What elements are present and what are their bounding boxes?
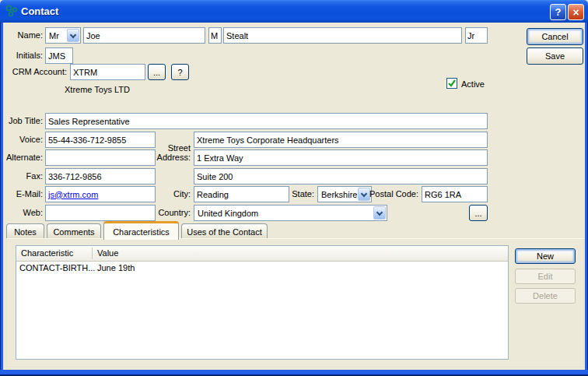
email-label: E-Mail: xyxy=(3,189,43,199)
street-line2-input[interactable] xyxy=(194,149,488,166)
new-button[interactable]: New xyxy=(515,248,576,264)
tab-uses-of-the-contact[interactable]: Uses of the Contact xyxy=(181,223,268,239)
active-label: Active xyxy=(461,79,508,89)
contact-dialog: Contact ? × Name: Mr Cancel Save Initial… xyxy=(0,0,588,376)
chevron-down-icon[interactable] xyxy=(67,29,79,42)
first-name-input[interactable] xyxy=(83,27,205,44)
initials-label: Initials: xyxy=(3,51,43,60)
close-icon: × xyxy=(572,6,579,19)
crm-account-browse-button[interactable]: ... xyxy=(148,64,166,80)
state-value: Berkshire xyxy=(321,190,357,199)
name-title-value: Mr xyxy=(49,31,59,40)
tab-characteristics[interactable]: Characteristics xyxy=(103,221,179,240)
table-header-row: Characteristic Value xyxy=(16,246,508,262)
save-button[interactable]: Save xyxy=(527,47,583,65)
characteristics-table: Characteristic Value CONTACT-BIRTH... Ju… xyxy=(16,245,509,360)
tab-comments[interactable]: Comments xyxy=(47,223,101,239)
name-label: Name: xyxy=(3,30,43,40)
cell-characteristic: CONTACT-BIRTH... xyxy=(19,263,95,272)
fax-input[interactable] xyxy=(45,168,156,184)
job-title-input[interactable] xyxy=(45,113,488,129)
titlebar[interactable]: Contact ? × xyxy=(0,0,588,23)
street-line3-input[interactable] xyxy=(194,168,488,184)
cancel-button[interactable]: Cancel xyxy=(527,28,583,45)
window-border-left xyxy=(0,23,3,376)
alternate-label: Alternate: xyxy=(3,153,43,162)
voice-input[interactable] xyxy=(45,132,156,148)
titlebar-help-button[interactable]: ? xyxy=(550,4,566,20)
country-select[interactable]: United Kingdom xyxy=(194,205,387,221)
email-link[interactable]: js@xtrm.com xyxy=(48,190,98,199)
alternate-input[interactable] xyxy=(45,149,156,166)
column-header-value[interactable]: Value xyxy=(97,248,118,258)
crm-account-input[interactable] xyxy=(70,64,145,80)
name-title-select[interactable]: Mr xyxy=(45,27,81,44)
titlebar-close-button[interactable]: × xyxy=(568,4,584,20)
column-header-characteristic[interactable]: Characteristic xyxy=(21,248,73,258)
country-label: Country: xyxy=(152,208,191,217)
web-label: Web: xyxy=(3,208,43,217)
active-checkbox[interactable] xyxy=(446,78,457,89)
crm-account-help-button[interactable]: ? xyxy=(171,64,189,80)
window-title: Contact xyxy=(21,5,58,17)
delete-button[interactable]: Delete xyxy=(515,288,576,304)
suffix-input[interactable] xyxy=(465,27,488,44)
country-value: United Kingdom xyxy=(198,209,258,218)
initials-input[interactable] xyxy=(45,47,73,64)
job-title-label: Job Title: xyxy=(3,116,43,125)
last-name-input[interactable] xyxy=(223,27,462,44)
city-label: City: xyxy=(152,189,191,199)
help-icon: ? xyxy=(555,6,562,18)
postal-code-input[interactable] xyxy=(422,186,488,202)
fax-label: Fax: xyxy=(3,171,43,181)
contact-app-icon xyxy=(5,5,18,19)
email-input[interactable]: js@xtrm.com xyxy=(45,186,156,202)
window-border-right xyxy=(585,23,588,376)
crm-account-resolved-name: Xtreme Toys LTD xyxy=(65,85,158,94)
table-row[interactable]: CONTACT-BIRTH... June 19th xyxy=(16,262,508,275)
tab-notes[interactable]: Notes xyxy=(6,223,44,239)
edit-button[interactable]: Edit xyxy=(515,269,576,284)
street-address-label: Street Address: xyxy=(140,143,191,162)
checkmark-icon xyxy=(447,79,457,88)
window-border-bottom xyxy=(0,370,588,376)
chevron-down-icon[interactable] xyxy=(373,206,386,220)
postal-code-label: Postal Code: xyxy=(369,189,418,199)
country-browse-button[interactable]: ... xyxy=(469,205,488,221)
state-select[interactable]: Berkshire xyxy=(317,186,372,202)
city-input[interactable] xyxy=(194,186,289,202)
street-line1-input[interactable] xyxy=(194,132,488,148)
state-label: State: xyxy=(290,189,314,199)
middle-initial-input[interactable] xyxy=(208,27,222,44)
crm-account-label: CRM Account: xyxy=(3,67,67,76)
column-divider[interactable] xyxy=(92,248,93,259)
voice-label: Voice: xyxy=(3,135,43,144)
web-input[interactable] xyxy=(45,205,156,221)
cell-value: June 19th xyxy=(97,263,135,272)
